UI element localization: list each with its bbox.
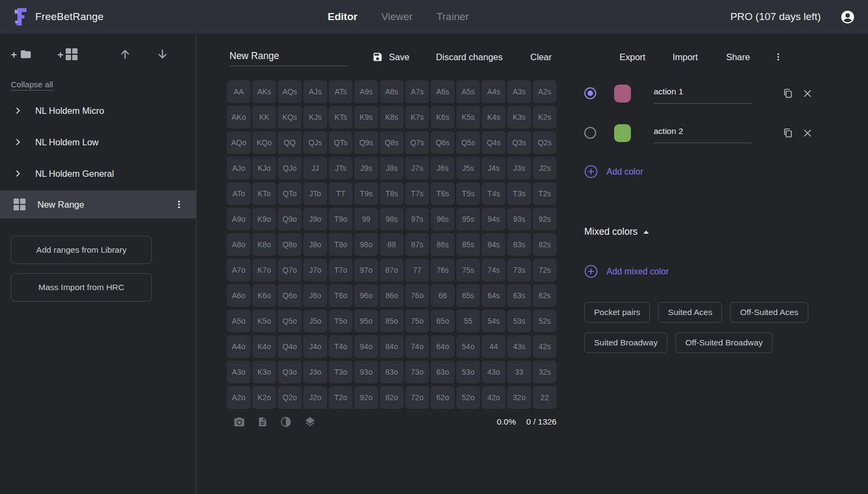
hand-cell-A6o[interactable]: A6o <box>227 284 251 307</box>
hand-cell-76s[interactable]: 76s <box>431 259 455 281</box>
hand-cell-99[interactable]: 99 <box>354 208 378 230</box>
action-radio[interactable] <box>584 87 596 99</box>
hand-cell-K3s[interactable]: K3s <box>507 106 531 129</box>
export-button[interactable]: Export <box>620 52 646 62</box>
hand-cell-82o[interactable]: 82o <box>380 386 404 409</box>
import-button[interactable]: Import <box>673 52 698 62</box>
hand-cell-KQs[interactable]: KQs <box>278 106 302 129</box>
hand-cell-A8o[interactable]: A8o <box>227 233 251 256</box>
hand-cell-98s[interactable]: 98s <box>380 208 404 230</box>
hand-cell-J8o[interactable]: J8o <box>303 233 327 256</box>
hand-cell-Q3s[interactable]: Q3s <box>507 131 531 154</box>
hand-cell-42s[interactable]: 42s <box>533 335 557 358</box>
hand-cell-AKs[interactable]: AKs <box>252 80 276 103</box>
brand-link[interactable]: FreeBetRange <box>13 7 104 27</box>
hand-cell-J4s[interactable]: J4s <box>482 157 506 179</box>
hand-cell-94s[interactable]: 94s <box>482 208 506 230</box>
hand-cell-T9s[interactable]: T9s <box>354 182 378 205</box>
hand-cell-J8s[interactable]: J8s <box>380 157 404 179</box>
hand-cell-K5o[interactable]: K5o <box>252 310 276 332</box>
hand-cell-A7s[interactable]: A7s <box>405 80 429 103</box>
hand-cell-53s[interactable]: 53s <box>507 310 531 332</box>
hand-cell-J4o[interactable]: J4o <box>303 335 327 358</box>
close-icon[interactable] <box>802 88 813 99</box>
hand-cell-T9o[interactable]: T9o <box>329 208 353 230</box>
hand-cell-75s[interactable]: 75s <box>456 259 480 281</box>
hand-cell-J6s[interactable]: J6s <box>431 157 455 179</box>
hand-cell-KJo[interactable]: KJo <box>252 157 276 179</box>
hand-cell-32o[interactable]: 32o <box>507 386 531 409</box>
hand-cell-52o[interactable]: 52o <box>456 386 480 409</box>
tab-editor[interactable]: Editor <box>328 11 358 23</box>
range-kebab-icon[interactable] <box>174 198 184 211</box>
hand-cell-J7s[interactable]: J7s <box>405 157 429 179</box>
action-name-input[interactable] <box>654 84 751 104</box>
hand-cell-T3o[interactable]: T3o <box>329 361 353 383</box>
hand-cell-T8s[interactable]: T8s <box>380 182 404 205</box>
hand-cell-KTs[interactable]: KTs <box>329 106 353 129</box>
hand-cell-43o[interactable]: 43o <box>482 361 506 383</box>
layers-icon[interactable] <box>304 416 316 428</box>
hand-cell-T3s[interactable]: T3s <box>507 182 531 205</box>
copy-icon[interactable] <box>782 127 794 139</box>
hand-cell-Q4s[interactable]: Q4s <box>482 131 506 154</box>
hand-cell-62o[interactable]: 62o <box>431 386 455 409</box>
hand-cell-K7o[interactable]: K7o <box>252 259 276 281</box>
collapse-all-link[interactable]: Collapse all <box>11 80 53 91</box>
save-button[interactable]: Save <box>372 52 410 62</box>
hand-cell-A3o[interactable]: A3o <box>227 361 251 383</box>
hand-cell-72s[interactable]: 72s <box>533 259 557 281</box>
hand-cell-Q7o[interactable]: Q7o <box>278 259 302 281</box>
hand-cell-Q9s[interactable]: Q9s <box>354 131 378 154</box>
hand-cell-84s[interactable]: 84s <box>482 233 506 256</box>
hand-cell-J9o[interactable]: J9o <box>303 208 327 230</box>
hand-cell-85s[interactable]: 85s <box>456 233 480 256</box>
hand-cell-83o[interactable]: 83o <box>380 361 404 383</box>
hand-cell-ATo[interactable]: ATo <box>227 182 251 205</box>
hand-cell-55[interactable]: 55 <box>456 310 480 332</box>
hand-cell-74s[interactable]: 74s <box>482 259 506 281</box>
share-button[interactable]: Share <box>726 52 750 62</box>
clear-button[interactable]: Clear <box>531 52 552 62</box>
discard-changes-button[interactable]: Discard changes <box>436 52 503 62</box>
hand-cell-QTs[interactable]: QTs <box>329 131 353 154</box>
hand-cell-93s[interactable]: 93s <box>507 208 531 230</box>
hand-cell-A3s[interactable]: A3s <box>507 80 531 103</box>
hand-cell-AQs[interactable]: AQs <box>278 80 302 103</box>
sidebar-folder-3[interactable]: NL Holdem General <box>0 158 196 189</box>
hand-cell-K2s[interactable]: K2s <box>533 106 557 129</box>
hand-cell-J3o[interactable]: J3o <box>303 361 327 383</box>
hand-cell-QQ[interactable]: QQ <box>278 131 302 154</box>
hand-cell-97o[interactable]: 97o <box>354 259 378 281</box>
hand-cell-32s[interactable]: 32s <box>533 361 557 383</box>
hand-cell-A5s[interactable]: A5s <box>456 80 480 103</box>
hand-cell-T2o[interactable]: T2o <box>329 386 353 409</box>
hand-cell-65o[interactable]: 65o <box>431 310 455 332</box>
hand-cell-97s[interactable]: 97s <box>405 208 429 230</box>
hand-cell-84o[interactable]: 84o <box>380 335 404 358</box>
add-range-button[interactable]: + <box>58 48 78 60</box>
action-color-swatch[interactable] <box>614 124 631 142</box>
hand-cell-Q8o[interactable]: Q8o <box>278 233 302 256</box>
hand-cell-A6s[interactable]: A6s <box>431 80 455 103</box>
hand-cell-A8s[interactable]: A8s <box>380 80 404 103</box>
camera-icon[interactable] <box>233 416 245 428</box>
hand-cell-82s[interactable]: 82s <box>533 233 557 256</box>
hand-cell-95s[interactable]: 95s <box>456 208 480 230</box>
sidebar-item-new-range[interactable]: New Range <box>0 190 196 219</box>
hand-cell-T5o[interactable]: T5o <box>329 310 353 332</box>
hand-cell-74o[interactable]: 74o <box>405 335 429 358</box>
hand-cell-95o[interactable]: 95o <box>354 310 378 332</box>
tab-viewer[interactable]: Viewer <box>381 11 413 23</box>
add-ranges-from-library-button[interactable]: Add ranges from Library <box>11 236 152 264</box>
hand-cell-85o[interactable]: 85o <box>380 310 404 332</box>
hand-cell-83s[interactable]: 83s <box>507 233 531 256</box>
hand-cell-64s[interactable]: 64s <box>482 284 506 307</box>
hand-cell-96o[interactable]: 96o <box>354 284 378 307</box>
hand-cell-44[interactable]: 44 <box>482 335 506 358</box>
avatar-icon[interactable] <box>840 10 855 24</box>
hand-cell-22[interactable]: 22 <box>533 386 557 409</box>
hand-cell-T6s[interactable]: T6s <box>431 182 455 205</box>
hand-cell-K4s[interactable]: K4s <box>482 106 506 129</box>
hand-cell-Q6s[interactable]: Q6s <box>431 131 455 154</box>
